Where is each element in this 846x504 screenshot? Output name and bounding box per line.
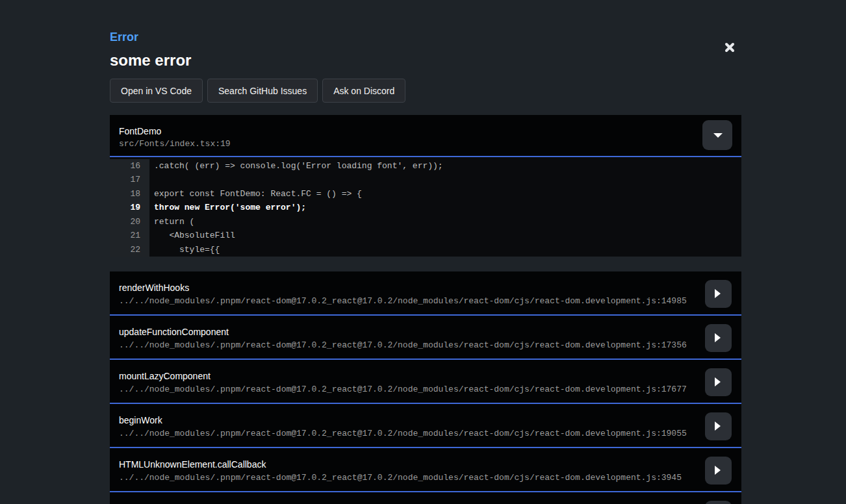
frame-location: ../../node_modules/.pnpm/react-dom@17.0.… bbox=[119, 341, 741, 350]
line-number: 21 bbox=[110, 229, 149, 243]
code-text: style={{ bbox=[149, 243, 220, 257]
stack-frame: HTMLUnknownElement.callCallback../../nod… bbox=[110, 448, 741, 492]
frame-function-name: mountLazyComponent bbox=[119, 371, 741, 381]
code-text: .catch( (err) => console.log('Error load… bbox=[149, 159, 443, 173]
line-number: 18 bbox=[110, 187, 149, 201]
line-number: 16 bbox=[110, 159, 149, 173]
source-function-name: FontDemo bbox=[119, 126, 732, 136]
play-icon bbox=[715, 377, 721, 386]
line-number: 17 bbox=[110, 173, 149, 187]
code-line: 17 bbox=[110, 173, 741, 187]
code-text: <AbsoluteFill bbox=[149, 229, 235, 243]
frame-function-name: beginWork bbox=[119, 415, 741, 425]
code-frame: 16.catch( (err) => console.log('Error lo… bbox=[110, 157, 741, 257]
expand-frame-button[interactable] bbox=[705, 368, 732, 396]
code-text: throw new Error('some error'); bbox=[149, 201, 306, 215]
error-overlay: Error some error Open in VS CodeSearch G… bbox=[110, 0, 741, 504]
code-line: 18export const FontDemo: React.FC = () =… bbox=[110, 187, 741, 201]
action-button-search-github-issues[interactable]: Search GitHub Issues bbox=[207, 79, 318, 103]
expand-frame-button[interactable] bbox=[705, 457, 732, 485]
frame-function-name: HTMLUnknownElement.callCallback bbox=[119, 459, 741, 470]
code-line: 21 <AbsoluteFill bbox=[110, 229, 741, 243]
source-location: src/Fonts/index.tsx:19 bbox=[119, 140, 732, 149]
error-message: some error bbox=[110, 52, 741, 68]
stack-frame: renderWithHooks../../node_modules/.pnpm/… bbox=[110, 271, 741, 316]
stack-frame: mountLazyComponent../../node_modules/.pn… bbox=[110, 360, 741, 404]
code-text bbox=[149, 173, 154, 187]
source-frame-header: FontDemo src/Fonts/index.tsx:19 bbox=[110, 115, 741, 157]
expand-frame-button[interactable] bbox=[705, 324, 732, 352]
stack-frame: updateFunctionComponent../../node_module… bbox=[110, 316, 741, 360]
code-text: return ( bbox=[149, 215, 194, 229]
chevron-down-icon bbox=[713, 133, 723, 138]
code-line: 22 style={{ bbox=[110, 243, 741, 257]
collapse-code-button[interactable] bbox=[702, 120, 732, 150]
source-frame-card: FontDemo src/Fonts/index.tsx:19 16.catch… bbox=[110, 115, 741, 257]
stack-frame-list: renderWithHooks../../node_modules/.pnpm/… bbox=[110, 271, 741, 504]
expand-frame-button[interactable] bbox=[705, 412, 732, 440]
code-line-highlighted: 19throw new Error('some error'); bbox=[110, 201, 741, 215]
stack-frame: beginWork../../node_modules/.pnpm/react-… bbox=[110, 404, 741, 448]
code-line: 16.catch( (err) => console.log('Error lo… bbox=[110, 159, 741, 173]
close-icon[interactable] bbox=[723, 41, 736, 54]
frame-function-name: updateFunctionComponent bbox=[119, 327, 741, 337]
play-icon bbox=[715, 333, 721, 342]
frame-location: ../../node_modules/.pnpm/react-dom@17.0.… bbox=[119, 429, 741, 438]
frame-function-name: renderWithHooks bbox=[119, 283, 741, 293]
stack-frame bbox=[110, 492, 741, 504]
frame-location: ../../node_modules/.pnpm/react-dom@17.0.… bbox=[119, 297, 741, 306]
line-number: 19 bbox=[110, 201, 149, 215]
error-kicker: Error bbox=[110, 31, 741, 44]
play-icon bbox=[715, 289, 721, 298]
expand-frame-button[interactable] bbox=[705, 280, 732, 308]
code-text: export const FontDemo: React.FC = () => … bbox=[149, 187, 362, 201]
line-number: 22 bbox=[110, 243, 149, 257]
action-button-open-in-vs-code[interactable]: Open in VS Code bbox=[110, 79, 203, 103]
expand-frame-button[interactable] bbox=[705, 501, 732, 504]
play-icon bbox=[715, 466, 721, 475]
frame-location: ../../node_modules/.pnpm/react-dom@17.0.… bbox=[119, 473, 741, 483]
action-buttons: Open in VS CodeSearch GitHub IssuesAsk o… bbox=[110, 79, 741, 103]
line-number: 20 bbox=[110, 215, 149, 229]
play-icon bbox=[715, 422, 721, 431]
code-line: 20return ( bbox=[110, 215, 741, 229]
action-button-ask-on-discord[interactable]: Ask on Discord bbox=[322, 79, 405, 103]
frame-location: ../../node_modules/.pnpm/react-dom@17.0.… bbox=[119, 385, 741, 394]
